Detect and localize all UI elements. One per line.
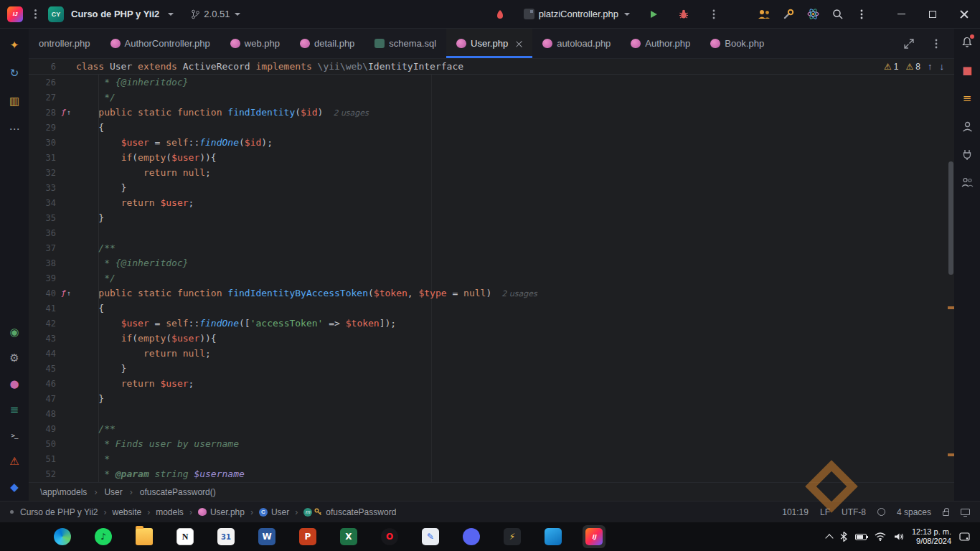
project-avatar[interactable]: CY [48, 6, 64, 22]
taskbar-start-icon[interactable] [10, 525, 33, 548]
code-line-46[interactable]: 46 return $user; [29, 376, 954, 391]
line-number[interactable]: 41 [29, 303, 56, 314]
taskbar-intellij-icon[interactable]: IJ [583, 525, 606, 548]
ai-assistant-icon[interactable]: ≡ [959, 90, 975, 106]
file-encoding[interactable]: UTF-8 [842, 507, 866, 517]
plugins-atom-icon[interactable] [802, 4, 824, 24]
profile-icon[interactable] [959, 118, 975, 134]
breadcrumb-app-models[interactable]: \app\models [40, 487, 87, 497]
battery-icon[interactable] [855, 534, 867, 540]
implements-method-gutter-icon[interactable]: ƒ↑ [56, 108, 76, 117]
readonly-status-icon[interactable] [877, 508, 885, 516]
code-line-29[interactable]: 29 { [29, 120, 954, 135]
line-number[interactable]: 42 [29, 319, 56, 329]
editor-tab-ontroller-php[interactable]: ontroller.php [29, 29, 100, 58]
bluetooth-icon[interactable] [840, 532, 847, 542]
php-console-icon[interactable]: ● [6, 376, 22, 392]
line-number[interactable]: 26 [29, 77, 56, 88]
editor-tab-autoload-php[interactable]: autoload.php [532, 29, 621, 58]
line-number[interactable]: 49 [29, 424, 56, 434]
code-line-44[interactable]: 44 return null; [29, 346, 954, 361]
usages-inlay-hint[interactable]: 2 usages [501, 289, 537, 298]
problems-icon[interactable]: ⚠ [6, 453, 22, 469]
line-number[interactable]: 31 [29, 153, 56, 163]
code-line-52[interactable]: 52 * @param string $username [29, 466, 954, 481]
indent-size[interactable]: 4 spaces [897, 507, 931, 517]
line-number[interactable]: 45 [29, 364, 56, 374]
debug-button[interactable] [673, 4, 694, 24]
settings-icon[interactable]: ⚙ [6, 350, 22, 366]
line-number[interactable]: 36 [29, 228, 56, 238]
more-run-options-icon[interactable] [703, 4, 725, 24]
line-number[interactable]: 51 [29, 454, 56, 464]
search-everywhere-icon[interactable] [826, 4, 848, 24]
terminal-icon[interactable]: >_ [6, 428, 22, 443]
code-line-37[interactable]: 37 /** [29, 240, 954, 255]
line-number[interactable]: 29 [29, 123, 56, 133]
taskbar-word-icon[interactable]: W [255, 525, 278, 548]
code-line-32[interactable]: 32 return null; [29, 165, 954, 180]
editor-scrollbar[interactable] [948, 161, 953, 275]
editor-tab-user-php[interactable]: User.php [446, 29, 532, 58]
taskbar-opera-icon[interactable]: O [378, 525, 401, 548]
line-number[interactable]: 39 [29, 273, 56, 283]
breadcrumb-website[interactable]: website [113, 507, 142, 517]
screen-reader-icon[interactable] [961, 509, 970, 515]
line-number[interactable]: 27 [29, 93, 56, 103]
line-number[interactable]: 35 [29, 213, 56, 223]
usages-inlay-hint[interactable]: 2 usages [333, 108, 368, 118]
code-line-40[interactable]: 40ƒ↑ public static function findIdentity… [29, 286, 954, 301]
taskbar-edge-icon[interactable] [51, 525, 74, 548]
taskbar-notion-icon[interactable]: N [174, 525, 197, 548]
code-line-38[interactable]: 38 * {@inheritdoc} [29, 255, 954, 270]
line-number[interactable]: 52 [29, 469, 56, 479]
code-line-35[interactable]: 35 } [29, 210, 954, 225]
close-button[interactable] [948, 0, 980, 29]
prev-problem-icon[interactable]: ↑ [928, 61, 933, 72]
run-button[interactable] [643, 4, 664, 24]
code-line-41[interactable]: 41 { [29, 301, 954, 316]
breadcrumb-curso-de-php-y-yii2[interactable]: Curso de PHP y Yii2 [20, 507, 98, 517]
git-branch-widget[interactable]: 2.0.51 [187, 6, 245, 22]
version-control-icon[interactable]: ◆ [6, 479, 22, 495]
caret-position[interactable]: 101:19 [782, 507, 809, 517]
code-editor[interactable]: 26 * {@inheritdoc}27 */28ƒ↑ public stati… [29, 75, 954, 482]
line-number[interactable]: 34 [29, 198, 56, 208]
notification-center-icon[interactable] [959, 532, 970, 542]
tab-options-icon[interactable] [925, 34, 947, 54]
breadcrumb-user[interactable]: CUser [259, 507, 289, 517]
code-line-45[interactable]: 45 } [29, 361, 954, 376]
code-line-47[interactable]: 47 } [29, 391, 954, 406]
wifi-icon[interactable] [875, 532, 886, 541]
code-line-50[interactable]: 50 * Finds user by username [29, 436, 954, 451]
line-number[interactable]: 32 [29, 168, 56, 178]
code-line-31[interactable]: 31 if(empty($user)){ [29, 150, 954, 165]
code-with-me-users-icon[interactable] [753, 4, 775, 24]
lock-icon[interactable] [943, 511, 949, 516]
editor-tab-authorcontroller-php[interactable]: AuthorController.php [100, 29, 220, 58]
line-number[interactable]: 37 [29, 243, 56, 253]
bookmarks-icon[interactable]: ■ [959, 62, 975, 78]
more-tool-windows-icon[interactable]: ⋯ [6, 121, 22, 137]
main-menu-icon[interactable] [30, 6, 41, 22]
line-number[interactable]: 44 [29, 349, 56, 359]
inspections-widget[interactable]: 1 8 ↑ ↓ [884, 61, 954, 72]
taskbar-explorer-icon[interactable] [133, 525, 156, 548]
project-name[interactable]: Curso de PHP y Yii2 [71, 9, 159, 19]
taskbar-excel-icon[interactable]: X [337, 525, 360, 548]
project-icon[interactable]: ✦ [6, 37, 22, 53]
warning-stripe-mark[interactable] [948, 306, 954, 309]
breadcrumb-user-php[interactable]: User.php [198, 507, 245, 517]
structure-icon[interactable]: ▥ [6, 93, 22, 109]
code-line-26[interactable]: 26 * {@inheritdoc} [29, 75, 954, 90]
taskbar-clock[interactable]: 12:13 p. m. 9/08/2024 [912, 527, 951, 546]
line-number[interactable]: 46 [29, 379, 56, 389]
code-line-43[interactable]: 43 if(empty($user)){ [29, 331, 954, 346]
line-number[interactable]: 33 [29, 183, 56, 193]
warning-stripe-mark[interactable] [948, 453, 954, 456]
editor-tab-book-php[interactable]: Book.php [700, 29, 774, 58]
line-number[interactable]: 38 [29, 258, 56, 268]
breadcrumb-ofuscatepassword[interactable]: mofuscatePassword [303, 507, 396, 517]
database-icon[interactable]: ≡ [6, 402, 22, 418]
sticky-line-code[interactable]: class User extends ActiveRecord implemen… [76, 61, 463, 72]
